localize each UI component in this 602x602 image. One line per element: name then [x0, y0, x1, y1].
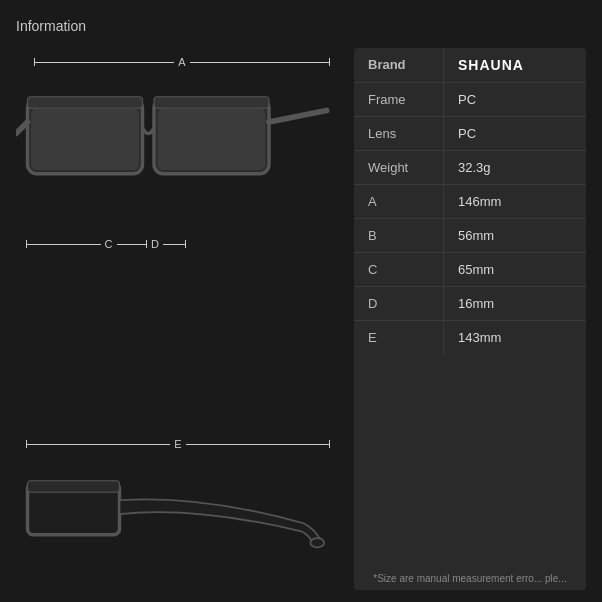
- info-label: Brand: [354, 48, 444, 82]
- note-text: *Size are manual measurement erro... ple…: [354, 567, 586, 590]
- info-value: PC: [444, 117, 586, 150]
- svg-line-3: [269, 111, 327, 123]
- info-value: SHAUNA: [444, 48, 586, 82]
- info-label: B: [354, 219, 444, 252]
- label-c: C: [105, 238, 113, 250]
- info-row: Weight32.3g: [354, 151, 586, 185]
- svg-rect-7: [157, 108, 265, 170]
- info-value: 32.3g: [444, 151, 586, 184]
- content-row: A: [16, 48, 586, 590]
- glasses-side-view: E: [16, 430, 338, 590]
- info-value: 56mm: [444, 219, 586, 252]
- svg-rect-6: [31, 108, 139, 170]
- svg-rect-9: [28, 481, 120, 493]
- glasses-top-view: A: [16, 48, 338, 268]
- info-label: C: [354, 253, 444, 286]
- info-table: BrandSHAUNAFramePCLensPCWeight32.3gA146m…: [354, 48, 586, 567]
- svg-rect-4: [28, 97, 143, 109]
- info-label: D: [354, 287, 444, 320]
- info-row: E143mm: [354, 321, 586, 354]
- info-value: 16mm: [444, 287, 586, 320]
- dimension-cd: C D: [26, 238, 186, 250]
- label-e: E: [174, 438, 181, 450]
- svg-rect-5: [154, 97, 269, 109]
- info-value: PC: [444, 83, 586, 116]
- info-value: 146mm: [444, 185, 586, 218]
- info-row: B56mm: [354, 219, 586, 253]
- info-row: FramePC: [354, 83, 586, 117]
- info-label: A: [354, 185, 444, 218]
- info-table-section: BrandSHAUNAFramePCLensPCWeight32.3gA146m…: [354, 48, 586, 590]
- info-row: D16mm: [354, 287, 586, 321]
- page-title: Information: [16, 18, 586, 34]
- label-d: D: [151, 238, 159, 250]
- info-value: 143mm: [444, 321, 586, 354]
- dimension-a: A: [34, 56, 330, 68]
- info-label: Frame: [354, 83, 444, 116]
- svg-point-10: [310, 538, 324, 547]
- info-label: Lens: [354, 117, 444, 150]
- page-container: Information A: [0, 0, 602, 602]
- label-a: A: [178, 56, 185, 68]
- glasses-side-svg: [16, 460, 338, 587]
- info-value: 65mm: [444, 253, 586, 286]
- dimension-e: E: [26, 438, 330, 450]
- info-row: LensPC: [354, 117, 586, 151]
- info-row: C65mm: [354, 253, 586, 287]
- glasses-front-svg: [16, 76, 338, 226]
- info-row: BrandSHAUNA: [354, 48, 586, 83]
- info-row: A146mm: [354, 185, 586, 219]
- diagram-section: A: [16, 48, 342, 590]
- info-label: Weight: [354, 151, 444, 184]
- info-label: E: [354, 321, 444, 354]
